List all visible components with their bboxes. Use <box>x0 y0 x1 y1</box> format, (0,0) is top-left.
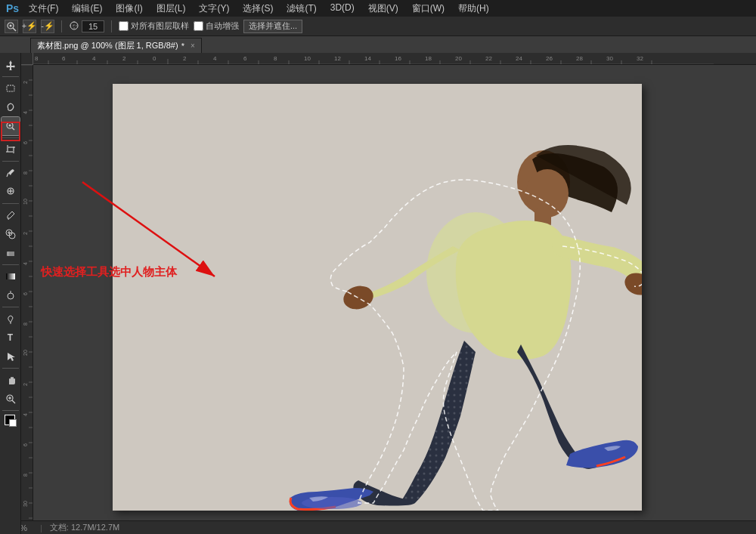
svg-text:6: 6 <box>23 292 28 295</box>
canvas-work-area[interactable]: 快速选择工具选中人物主体 <box>33 65 756 534</box>
tool-path-select[interactable] <box>2 347 20 366</box>
svg-marker-30 <box>8 353 15 361</box>
svg-text:10: 10 <box>23 199 28 205</box>
tool-heal[interactable] <box>2 183 20 201</box>
ruler-top: 8 6 4 2 0 2 4 6 8 <box>21 53 756 65</box>
svg-text:8: 8 <box>274 55 277 62</box>
main-area: T <box>0 53 756 534</box>
auto-enhance-label: 自动增强 <box>206 20 239 32</box>
menu-3d[interactable]: 3D(D) <box>328 2 357 15</box>
tool-separator-8 <box>2 410 19 411</box>
tool-move[interactable] <box>2 56 20 74</box>
svg-text:8: 8 <box>23 474 28 477</box>
svg-line-1 <box>13 28 16 31</box>
add-selection-icon[interactable]: +⚡ <box>23 20 36 33</box>
tool-hand[interactable] <box>2 371 20 389</box>
menu-help[interactable]: 帮助(H) <box>456 2 491 15</box>
svg-text:22: 22 <box>485 55 492 62</box>
svg-text:8: 8 <box>23 171 28 174</box>
tool-type[interactable]: T <box>2 329 20 347</box>
select-and-mask-button[interactable]: 选择并遮住... <box>243 20 302 33</box>
doc-info: 文档: 12.7M/12.7M <box>50 522 119 533</box>
svg-text:4: 4 <box>92 55 96 62</box>
menu-file[interactable]: 文件(F) <box>26 2 60 15</box>
svg-text:4: 4 <box>23 262 28 265</box>
tab-filename: 素材图.png @ 100% (图层 1, RGB/8#) <box>37 40 178 51</box>
tab-bar: 素材图.png @ 100% (图层 1, RGB/8#) * × <box>0 36 756 53</box>
subtract-selection-icon[interactable]: -⚡ <box>41 20 54 33</box>
tool-pen[interactable] <box>2 310 20 328</box>
document-canvas[interactable] <box>113 84 642 511</box>
tool-lasso[interactable] <box>2 98 20 116</box>
tool-marquee[interactable] <box>2 79 20 97</box>
svg-text:20: 20 <box>23 350 28 356</box>
svg-line-32 <box>12 400 15 403</box>
menu-layer[interactable]: 图层(L) <box>154 2 188 15</box>
separator-1 <box>61 20 62 32</box>
svg-text:0: 0 <box>153 55 156 62</box>
svg-marker-6 <box>6 60 15 70</box>
svg-text:4: 4 <box>213 55 217 62</box>
svg-text:8: 8 <box>35 55 39 62</box>
tool-foreground-bg-color[interactable] <box>2 413 20 430</box>
tab-modified: * <box>181 42 184 51</box>
tab-close-button[interactable]: × <box>191 42 195 50</box>
tool-eraser[interactable] <box>2 244 20 262</box>
tool-eyedropper[interactable] <box>2 164 20 182</box>
svg-line-16 <box>7 173 8 177</box>
tool-zoom[interactable] <box>2 390 20 408</box>
menu-view[interactable]: 视图(V) <box>366 2 401 15</box>
svg-text:6: 6 <box>23 443 28 446</box>
brush-size-control[interactable]: 15 <box>69 20 104 32</box>
brush-icon <box>69 20 79 32</box>
svg-text:10: 10 <box>304 55 311 62</box>
svg-text:30: 30 <box>23 501 28 507</box>
svg-text:2: 2 <box>122 55 126 62</box>
svg-text:2: 2 <box>23 81 28 84</box>
menu-select[interactable]: 选择(S) <box>240 2 275 15</box>
tool-brush[interactable] <box>2 206 20 224</box>
svg-point-9 <box>8 125 11 127</box>
svg-rect-7 <box>7 85 14 91</box>
sample-all-layers-checkbox[interactable]: 对所有图层取样 <box>119 20 189 32</box>
svg-text:18: 18 <box>425 55 432 62</box>
menu-type[interactable]: 文字(Y) <box>197 2 231 15</box>
toolbar: T <box>0 53 21 534</box>
status-bar: 100% | 文档: 12.7M/12.7M <box>0 520 756 534</box>
separator-2 <box>111 20 112 32</box>
tool-gradient[interactable] <box>2 267 20 286</box>
menu-bar[interactable]: 文件(F) 编辑(E) 图像(I) 图层(L) 文字(Y) 选择(S) 滤镜(T… <box>26 2 491 15</box>
svg-text:2: 2 <box>23 383 28 386</box>
tool-dodge[interactable] <box>2 286 20 304</box>
menu-image[interactable]: 图像(I) <box>113 2 144 15</box>
svg-text:8: 8 <box>23 323 28 326</box>
svg-text:4: 4 <box>23 111 28 114</box>
canvas-image <box>113 84 642 511</box>
document-tab[interactable]: 素材图.png @ 100% (图层 1, RGB/8#) * × <box>30 38 202 53</box>
svg-text:2: 2 <box>183 55 187 62</box>
sample-all-label: 对所有图层取样 <box>131 20 189 32</box>
horizontal-ruler: 8 6 4 2 0 2 4 6 8 <box>33 53 756 64</box>
svg-text:24: 24 <box>516 55 522 62</box>
tool-crop[interactable] <box>2 140 20 159</box>
menu-window[interactable]: 窗口(W) <box>410 2 447 15</box>
menu-filter[interactable]: 滤镜(T) <box>284 2 318 15</box>
auto-enhance-checkbox[interactable]: 自动增强 <box>194 20 239 32</box>
svg-point-27 <box>8 293 14 299</box>
svg-rect-26 <box>6 273 15 279</box>
svg-line-10 <box>12 128 14 130</box>
svg-text:6: 6 <box>62 55 66 62</box>
options-bar: +⚡ -⚡ 15 对所有图层取样 自动增强 选择并遮住... <box>0 17 756 36</box>
canvas-container: 8 6 4 2 0 2 4 6 8 <box>21 53 756 534</box>
svg-text:4: 4 <box>23 413 28 416</box>
tool-clone[interactable] <box>2 225 20 243</box>
svg-text:28: 28 <box>576 55 583 62</box>
svg-text:6: 6 <box>23 141 28 144</box>
ruler-vertical: 2 4 6 8 10 2 <box>21 65 33 534</box>
menu-edit[interactable]: 编辑(E) <box>70 2 104 15</box>
title-bar: Ps 文件(F) 编辑(E) 图像(I) 图层(L) 文字(Y) 选择(S) 滤… <box>0 0 756 17</box>
quick-select-icon[interactable] <box>5 20 18 33</box>
tool-quick-select[interactable] <box>2 117 20 135</box>
brush-size-input[interactable]: 15 <box>82 20 104 32</box>
svg-text:6: 6 <box>243 55 247 62</box>
